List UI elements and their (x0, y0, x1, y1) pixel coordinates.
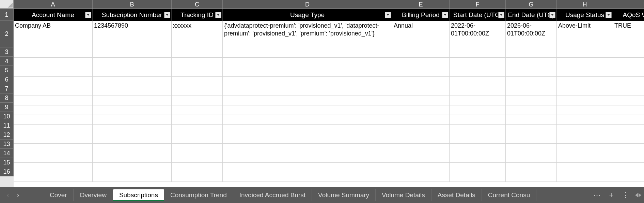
cell-C12[interactable] (172, 134, 223, 143)
cell-E5[interactable] (392, 67, 450, 76)
cell-G10[interactable] (506, 115, 557, 124)
row-header-2[interactable]: 2 (0, 21, 14, 47)
cell-B5[interactable] (93, 67, 172, 76)
cell-B8[interactable] (93, 96, 172, 105)
cell-F13[interactable] (450, 144, 506, 153)
cell-F9[interactable] (450, 105, 506, 115)
cell-H10[interactable] (557, 115, 613, 124)
cell-A6[interactable] (14, 77, 93, 86)
cell-G7[interactable] (506, 86, 557, 96)
cell-G3[interactable] (506, 48, 557, 57)
cell-F8[interactable] (450, 96, 506, 105)
filter-dropdown-icon[interactable] (549, 12, 555, 18)
cell-C15[interactable] (172, 163, 223, 172)
sheet-tab-volume-summary[interactable]: Volume Summary (312, 189, 376, 201)
cell-D8[interactable] (223, 96, 392, 105)
cell-D3[interactable] (223, 48, 392, 57)
cell-I8[interactable] (613, 96, 644, 105)
cell-B12[interactable] (93, 134, 172, 143)
column-header-A[interactable]: A (14, 0, 93, 9)
cell-I10[interactable] (613, 115, 644, 124)
cell-H16[interactable] (557, 172, 613, 182)
column-header-I[interactable]: I (613, 0, 644, 9)
cell-A16[interactable] (14, 172, 93, 182)
column-header-D[interactable]: D (223, 0, 392, 9)
cell-I4[interactable] (613, 58, 644, 67)
cell-I16[interactable] (613, 172, 644, 182)
cell-A5[interactable] (14, 67, 93, 76)
cell-H14[interactable] (557, 153, 613, 162)
add-sheet-icon[interactable]: + (607, 191, 616, 200)
cell-I5[interactable] (613, 67, 644, 76)
cell-C3[interactable] (172, 48, 223, 57)
cell-E12[interactable] (392, 134, 450, 143)
tab-nav-prev[interactable]: ‹ (3, 190, 13, 200)
cell-F3[interactable] (450, 48, 506, 57)
cell-G15[interactable] (506, 163, 557, 172)
column-header-B[interactable]: B (93, 0, 172, 9)
column-header-F[interactable]: F (450, 0, 506, 9)
header-cell-D[interactable]: Usage Type (223, 9, 392, 21)
cell-B15[interactable] (93, 163, 172, 172)
row-header-16[interactable]: 16 (0, 167, 14, 176)
cell-H15[interactable] (557, 163, 613, 172)
filter-dropdown-icon[interactable] (385, 12, 391, 18)
row-header-4[interactable]: 4 (0, 57, 14, 66)
cell-A4[interactable] (14, 58, 93, 67)
cell-A10[interactable] (14, 115, 93, 124)
row-header-3[interactable]: 3 (0, 47, 14, 57)
cell-D4[interactable] (223, 58, 392, 67)
cell-E7[interactable] (392, 86, 450, 96)
cell-D14[interactable] (223, 153, 392, 162)
cell-F4[interactable] (450, 58, 506, 67)
row-header-10[interactable]: 10 (0, 112, 14, 121)
cell-E2[interactable]: Annual (392, 21, 450, 48)
cell-A7[interactable] (14, 86, 93, 96)
cell-I12[interactable] (613, 134, 644, 143)
filter-dropdown-icon[interactable] (215, 12, 221, 18)
cell-D16[interactable] (223, 172, 392, 182)
row-header-8[interactable]: 8 (0, 93, 14, 103)
cell-B3[interactable] (93, 48, 172, 57)
row-header-5[interactable]: 5 (0, 66, 14, 75)
sheet-tab-subscriptions[interactable]: Subscriptions (113, 189, 164, 201)
cell-E13[interactable] (392, 144, 450, 153)
cell-D9[interactable] (223, 105, 392, 115)
header-cell-F[interactable]: Start Date (UTC) (450, 9, 506, 21)
cell-A9[interactable] (14, 105, 93, 115)
cell-A3[interactable] (14, 48, 93, 57)
cell-G13[interactable] (506, 144, 557, 153)
sheet-tab-asset-details[interactable]: Asset Details (431, 189, 482, 201)
cell-B7[interactable] (93, 86, 172, 96)
column-header-C[interactable]: C (172, 0, 223, 9)
cell-C9[interactable] (172, 105, 223, 115)
cell-A13[interactable] (14, 144, 93, 153)
cell-A15[interactable] (14, 163, 93, 172)
cell-E6[interactable] (392, 77, 450, 86)
cell-G14[interactable] (506, 153, 557, 162)
cell-D13[interactable] (223, 144, 392, 153)
filter-dropdown-icon[interactable] (164, 12, 170, 18)
header-cell-C[interactable]: Tracking ID (172, 9, 223, 21)
cell-E8[interactable] (392, 96, 450, 105)
sheet-menu-icon[interactable]: ⋮ (621, 191, 630, 200)
cell-G11[interactable] (506, 125, 557, 134)
cell-B2[interactable]: 1234567890 (93, 21, 172, 48)
cell-D12[interactable] (223, 134, 392, 143)
cell-F12[interactable] (450, 134, 506, 143)
cell-E3[interactable] (392, 48, 450, 57)
cell-A11[interactable] (14, 125, 93, 134)
cell-I14[interactable] (613, 153, 644, 162)
cell-F7[interactable] (450, 86, 506, 96)
cell-F2[interactable]: 2022-06-01T00:00:00Z (450, 21, 506, 48)
cell-H12[interactable] (557, 134, 613, 143)
sheet-tab-current-consumption[interactable]: Current Consu (482, 189, 537, 201)
cell-H5[interactable] (557, 67, 613, 76)
row-header-13[interactable]: 13 (0, 140, 14, 149)
cell-H9[interactable] (557, 105, 613, 115)
cell-H11[interactable] (557, 125, 613, 134)
filter-dropdown-icon[interactable] (85, 12, 91, 18)
cell-B6[interactable] (93, 77, 172, 86)
cell-G12[interactable] (506, 134, 557, 143)
cell-A8[interactable] (14, 96, 93, 105)
